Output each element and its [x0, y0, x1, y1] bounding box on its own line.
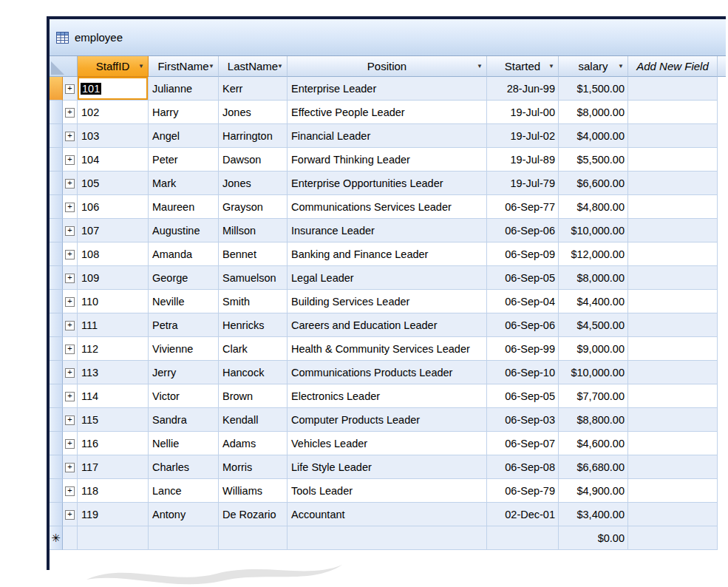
cell-add-new[interactable]: [628, 526, 718, 550]
cell-started[interactable]: [487, 526, 559, 550]
expand-plus-icon[interactable]: +: [65, 486, 75, 496]
new-record-selector[interactable]: ✳: [50, 526, 63, 550]
cell-firstname[interactable]: Antony: [149, 503, 219, 526]
cell-salary[interactable]: $9,000.00: [559, 337, 628, 361]
expand-plus-icon[interactable]: +: [65, 297, 75, 307]
dropdown-icon[interactable]: ▼: [277, 64, 283, 69]
cell-lastname[interactable]: Morris: [219, 455, 288, 479]
cell-staffid[interactable]: 106: [78, 195, 149, 219]
cell-lastname[interactable]: Williams: [219, 479, 288, 503]
cell-lastname[interactable]: Jones: [219, 172, 288, 195]
expand-plus-icon[interactable]: +: [65, 415, 75, 425]
cell-staffid[interactable]: 110: [78, 290, 149, 313]
cell-position[interactable]: Effective People Leader: [288, 101, 487, 124]
cell-staffid[interactable]: 113: [78, 361, 149, 384]
expand-plus-icon[interactable]: +: [65, 132, 75, 141]
column-header-staffid[interactable]: StaffID ▼: [78, 56, 149, 77]
cell-add-new[interactable]: [628, 195, 718, 219]
cell-lastname[interactable]: Millson: [219, 219, 288, 242]
cell-salary[interactable]: $1,500.00: [559, 77, 628, 101]
expand-plus-icon[interactable]: +: [65, 250, 75, 259]
row-selector[interactable]: [50, 313, 63, 337]
cell-staffid[interactable]: 102: [78, 101, 149, 124]
cell-add-new[interactable]: [628, 290, 718, 313]
cell-firstname[interactable]: Charles: [149, 455, 219, 479]
row-selector[interactable]: [50, 219, 63, 242]
cell-firstname[interactable]: Julianne: [149, 77, 219, 101]
cell-position[interactable]: Banking and Finance Leader: [288, 242, 487, 266]
cell-salary[interactable]: $6,680.00: [559, 455, 628, 479]
row-selector[interactable]: [50, 124, 63, 148]
cell-add-new[interactable]: [628, 432, 718, 455]
cell-lastname[interactable]: Dawson: [219, 148, 288, 172]
cell-salary[interactable]: $4,500.00: [559, 313, 628, 337]
cell-add-new[interactable]: [628, 219, 718, 242]
expand-plus-icon[interactable]: +: [65, 510, 75, 520]
cell-position[interactable]: Computer Products Leader: [288, 408, 487, 432]
dropdown-icon[interactable]: ▼: [618, 64, 624, 69]
cell-salary[interactable]: $4,000.00: [559, 124, 628, 148]
cell-firstname[interactable]: Sandra: [149, 408, 219, 432]
cell-add-new[interactable]: [628, 479, 718, 503]
expand-plus-icon[interactable]: +: [65, 321, 75, 330]
expand-plus-icon[interactable]: +: [65, 274, 75, 283]
cell-lastname[interactable]: Hancock: [219, 361, 288, 384]
cell-add-new[interactable]: [628, 503, 718, 526]
cell-salary[interactable]: $5,500.00: [559, 148, 628, 172]
cell-position[interactable]: Life Style Leader: [288, 455, 487, 479]
cell-lastname[interactable]: Bennet: [219, 242, 288, 266]
cell-position[interactable]: Legal Leader: [288, 266, 487, 290]
cell-add-new[interactable]: [628, 361, 718, 384]
cell-salary[interactable]: $4,600.00: [559, 432, 628, 455]
row-selector[interactable]: [50, 384, 63, 408]
cell-lastname[interactable]: [219, 526, 288, 550]
row-selector[interactable]: [50, 148, 63, 172]
expand-plus-icon[interactable]: +: [65, 392, 75, 401]
row-selector[interactable]: [50, 455, 63, 479]
cell-add-new[interactable]: [628, 337, 718, 361]
cell-lastname[interactable]: Clark: [219, 337, 288, 361]
cell-lastname[interactable]: Adams: [219, 432, 288, 455]
cell-position[interactable]: Forward Thinking Leader: [288, 148, 487, 172]
cell-firstname[interactable]: Peter: [149, 148, 219, 172]
cell-position[interactable]: Careers and Education Leader: [288, 313, 487, 337]
cell-staffid[interactable]: 114: [78, 384, 149, 408]
cell-staffid[interactable]: 112: [78, 337, 149, 361]
cell-add-new[interactable]: [628, 242, 718, 266]
cell-salary[interactable]: $3,400.00: [559, 503, 628, 526]
cell-started[interactable]: 19-Jul-00: [487, 101, 559, 124]
cell-firstname[interactable]: Petra: [149, 313, 219, 337]
row-selector[interactable]: [50, 479, 63, 503]
expand-plus-icon[interactable]: +: [65, 179, 75, 189]
cell-started[interactable]: 06-Sep-09: [487, 242, 559, 266]
expand-plus-icon[interactable]: +: [65, 368, 75, 378]
row-selector[interactable]: [50, 172, 63, 195]
cell-started[interactable]: 06-Sep-07: [487, 432, 559, 455]
cell-lastname[interactable]: Smith: [219, 290, 288, 313]
cell-position[interactable]: Building Services Leader: [288, 290, 487, 313]
cell-staffid[interactable]: 119: [78, 503, 149, 526]
cell-position[interactable]: Communications Products Leader: [288, 361, 487, 384]
row-selector[interactable]: [50, 195, 63, 219]
cell-add-new[interactable]: [628, 172, 718, 195]
row-selector[interactable]: [50, 337, 63, 361]
cell-add-new[interactable]: [628, 77, 718, 101]
cell-position[interactable]: Tools Leader: [288, 479, 487, 503]
cell-add-new[interactable]: [628, 408, 718, 432]
select-all-corner[interactable]: [50, 56, 78, 77]
cell-staffid[interactable]: 103: [78, 124, 149, 148]
cell-add-new[interactable]: [628, 124, 718, 148]
cell-lastname[interactable]: Kendall: [219, 408, 288, 432]
cell-add-new[interactable]: [628, 101, 718, 124]
cell-add-new[interactable]: [628, 266, 718, 290]
cell-staffid[interactable]: 116: [78, 432, 149, 455]
cell-staffid[interactable]: 108: [78, 242, 149, 266]
cell-started[interactable]: 19-Jul-02: [487, 124, 559, 148]
cell-add-new[interactable]: [628, 455, 718, 479]
cell-firstname[interactable]: Lance: [149, 479, 219, 503]
cell-position[interactable]: [288, 526, 487, 550]
row-selector[interactable]: [50, 361, 63, 384]
cell-firstname[interactable]: [149, 526, 219, 550]
expand-plus-icon[interactable]: +: [65, 439, 75, 449]
cell-started[interactable]: 06-Sep-06: [487, 313, 559, 337]
